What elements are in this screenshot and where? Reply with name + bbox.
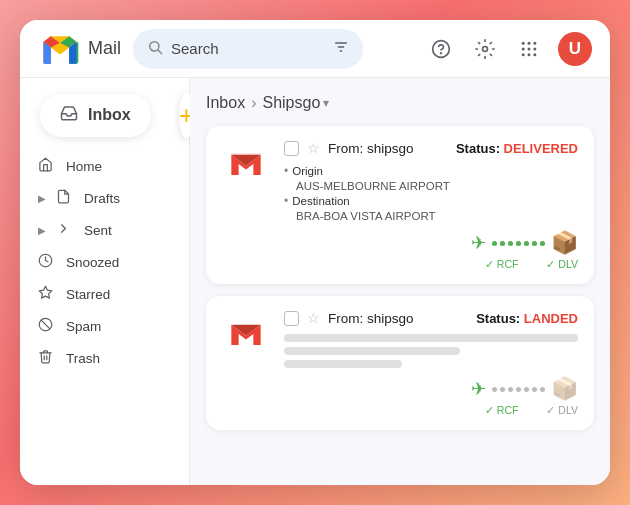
sidebar: Inbox + Home ▶ <box>20 78 190 485</box>
sidebar-item-sent[interactable]: ▶ Sent <box>20 214 179 246</box>
shipsgo-gmail-icon-2 <box>224 312 268 356</box>
home-icon <box>38 157 56 175</box>
topbar: Mail Search <box>20 20 610 78</box>
breadcrumb: Inbox › Shipsgo ▾ <box>206 94 594 112</box>
track-labels-2: ✓ RCF ✓ DLV <box>284 404 578 416</box>
sidebar-item-label-drafts: Drafts <box>84 191 120 206</box>
gmail-logo-icon <box>38 27 82 71</box>
email-star-1[interactable]: ☆ <box>307 140 320 156</box>
track-dot-7 <box>540 241 545 246</box>
tracking-row-2: ✈ 📦 <box>284 376 578 402</box>
nav-list: Home ▶ Drafts ▶ <box>20 150 189 374</box>
track-dot-grey-7 <box>540 387 545 392</box>
inbox-icon <box>60 104 78 127</box>
track-dot-2 <box>500 241 505 246</box>
breadcrumb-arrow-icon: › <box>251 94 256 112</box>
detail-origin: • Origin <box>284 164 578 178</box>
skeleton-line-1 <box>284 334 578 342</box>
origin-value: AUS-MELBOURNE AIRPORT <box>296 180 450 192</box>
track-dot-grey-4 <box>516 387 521 392</box>
track-rcf-label-1: ✓ RCF <box>485 258 519 270</box>
app-name: Mail <box>88 38 121 59</box>
filter-icon[interactable] <box>333 39 349 59</box>
email-logo-1 <box>222 140 270 188</box>
svg-point-15 <box>533 41 536 44</box>
breadcrumb-child: Shipsgo ▾ <box>262 94 329 112</box>
detail-origin-value: AUS-MELBOURNE AIRPORT <box>284 180 578 192</box>
sent-icon <box>56 221 74 239</box>
tracking-row-1: ✈ 📦 <box>284 230 578 256</box>
email-status-2: Status: LANDED <box>476 311 578 326</box>
track-dot-3 <box>508 241 513 246</box>
breadcrumb-parent: Inbox <box>206 94 245 112</box>
destination-dot: • <box>284 194 288 208</box>
sidebar-item-label-snoozed: Snoozed <box>66 255 119 270</box>
sidebar-item-starred[interactable]: Starred <box>20 278 179 310</box>
breadcrumb-dropdown-icon[interactable]: ▾ <box>323 96 329 110</box>
starred-icon <box>38 285 56 303</box>
sidebar-item-home[interactable]: Home <box>20 150 179 182</box>
app-window: Mail Search <box>20 20 610 485</box>
sidebar-item-drafts[interactable]: ▶ Drafts <box>20 182 179 214</box>
email-checkbox-1[interactable] <box>284 141 299 156</box>
shipsgo-gmail-icon-1 <box>224 142 268 186</box>
app-logo: Mail <box>38 27 121 71</box>
svg-point-19 <box>522 53 525 56</box>
track-dlv-label-1: ✓ DLV <box>546 258 578 270</box>
sidebar-item-snoozed[interactable]: Snoozed <box>20 246 179 278</box>
drafts-icon <box>56 189 74 207</box>
track-dot-grey-6 <box>532 387 537 392</box>
email-from-1: From: shipsgo <box>328 141 414 156</box>
trash-icon <box>38 349 56 367</box>
sidebar-item-label-spam: Spam <box>66 319 101 334</box>
help-icon[interactable] <box>426 34 456 64</box>
svg-point-21 <box>533 53 536 56</box>
apps-icon[interactable] <box>514 34 544 64</box>
track-labels-1: ✓ RCF ✓ DLV <box>284 258 578 270</box>
track-dot-grey-5 <box>524 387 529 392</box>
track-dot-grey-1 <box>492 387 497 392</box>
track-dlv-box-icon-2: 📦 <box>551 376 578 402</box>
settings-icon[interactable] <box>470 34 500 64</box>
sidebar-item-spam[interactable]: Spam <box>20 310 179 342</box>
destination-value: BRA-BOA VISTA AIRPORT <box>296 210 436 222</box>
email-card-1[interactable]: ☆ From: shipsgo Status: DELIVERED • Orig… <box>206 126 594 284</box>
track-dots-1 <box>492 241 545 246</box>
inbox-label: Inbox <box>88 106 131 124</box>
svg-point-13 <box>522 41 525 44</box>
email-card-2[interactable]: ☆ From: shipsgo Status: LANDED <box>206 296 594 430</box>
svg-point-14 <box>528 41 531 44</box>
track-dots-2 <box>492 387 545 392</box>
email-content-1: ☆ From: shipsgo Status: DELIVERED • Orig… <box>284 140 578 270</box>
svg-line-6 <box>158 50 161 53</box>
email-status-1: Status: DELIVERED <box>456 141 578 156</box>
svg-point-20 <box>528 53 531 56</box>
track-dot-6 <box>532 241 537 246</box>
sidebar-item-trash[interactable]: Trash <box>20 342 179 374</box>
track-dlv-label-2: ✓ DLV <box>546 404 578 416</box>
user-avatar[interactable]: U <box>558 32 592 66</box>
svg-point-5 <box>150 42 159 51</box>
skeleton-content-2 <box>284 334 578 368</box>
inbox-button[interactable]: Inbox <box>40 94 151 137</box>
email-details-1: • Origin AUS-MELBOURNE AIRPORT • Destina… <box>284 164 578 222</box>
track-dot-grey-3 <box>508 387 513 392</box>
track-rcf-label-2: ✓ RCF <box>485 404 519 416</box>
email-from-2: From: shipsgo <box>328 311 414 326</box>
track-dot-1 <box>492 241 497 246</box>
email-star-2[interactable]: ☆ <box>307 310 320 326</box>
origin-dot: • <box>284 164 288 178</box>
skeleton-line-2 <box>284 347 460 355</box>
track-dot-4 <box>516 241 521 246</box>
email-header-1: ☆ From: shipsgo Status: DELIVERED <box>284 140 578 156</box>
detail-destination: • Destination <box>284 194 578 208</box>
origin-label: Origin <box>292 165 323 177</box>
right-panel: Inbox › Shipsgo ▾ <box>190 78 610 485</box>
search-bar[interactable]: Search <box>133 29 363 69</box>
detail-destination-value: BRA-BOA VISTA AIRPORT <box>284 210 578 222</box>
email-checkbox-2[interactable] <box>284 311 299 326</box>
search-text: Search <box>171 40 325 57</box>
spam-icon <box>38 317 56 335</box>
track-rcf-section-1: ✈ <box>471 232 486 254</box>
track-dot-grey-2 <box>500 387 505 392</box>
